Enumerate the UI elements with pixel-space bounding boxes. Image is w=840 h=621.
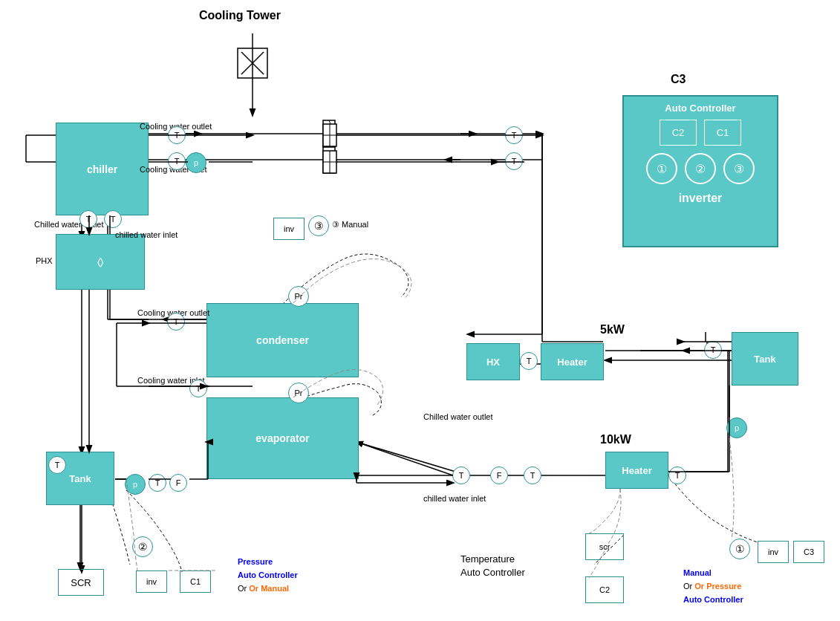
inv-right-box: inv <box>758 541 789 563</box>
p-sensor-1: p <box>186 152 206 173</box>
c3-right-box: C3 <box>793 541 824 563</box>
phx-box: 〈〉 <box>56 234 145 290</box>
f-sensor-10kw: F <box>490 466 508 484</box>
t-sensor-hx-2: T <box>704 341 722 359</box>
inv3-box: inv <box>273 218 305 240</box>
manual-3-label: ③ Manual <box>332 220 368 230</box>
or-manual-legend: Or Or Manual <box>238 584 289 593</box>
scr-right-box: scr <box>585 533 624 560</box>
t-sensor-tank-l2: T <box>149 474 166 492</box>
svg-line-42 <box>356 442 453 475</box>
circle-1-right: ① <box>729 539 750 559</box>
t-sensor-10kw-1: T <box>452 466 470 484</box>
auto-controller-2-legend: Auto Controller <box>460 567 525 578</box>
heater-10kw-box: Heater <box>605 452 668 489</box>
svg-line-3 <box>241 52 264 74</box>
phx-label: PHX <box>36 256 53 265</box>
svg-rect-50 <box>323 124 336 146</box>
diagram: Cooling Tower chiller 〈〉 PHX Cooling wat… <box>0 0 840 621</box>
inverter-label: inverter <box>630 192 771 205</box>
power-10kw-label: 10kW <box>600 433 631 446</box>
svg-line-29 <box>329 134 334 147</box>
inv-left-box: inv <box>136 570 167 593</box>
or-pressure-legend: Or Or Pressure <box>683 582 741 591</box>
c1-ac-box: C1 <box>704 120 741 146</box>
svg-rect-30 <box>323 146 335 173</box>
svg-rect-53 <box>323 151 336 173</box>
circle-2-left: ② <box>132 536 153 557</box>
auto-controller-label: Auto Controller <box>630 103 771 114</box>
t-sensor-chill-1: T <box>79 210 97 228</box>
ac-circle-2: ② <box>685 153 716 184</box>
chilled-water-inlet-2-label: chilled water inlet <box>423 494 486 503</box>
pr-sensor-2: Pr <box>288 383 309 403</box>
ac-circle-1: ① <box>646 153 677 184</box>
t-sensor-cond: T <box>167 313 185 331</box>
cooling-tower-label: Cooling Tower <box>199 9 281 22</box>
t-sensor-10kw-2: T <box>524 466 541 484</box>
condenser-box: condenser <box>206 303 359 377</box>
chilled-water-outlet-2-label: Chilled water outlet <box>423 412 493 421</box>
pr-sensor-1: Pr <box>288 286 309 307</box>
manual-legend: Manual <box>683 568 712 577</box>
t-sensor-tank-l: T <box>48 456 66 474</box>
p-sensor-tank-l: p <box>125 474 146 495</box>
t-sensor-hx-1: T <box>520 352 538 370</box>
f-sensor-tank-l: F <box>169 474 187 492</box>
svg-line-28 <box>329 120 334 134</box>
t-sensor-right-1: T <box>505 126 523 144</box>
t-sensor-right-2: T <box>505 152 523 170</box>
auto-controller-box: Auto Controller C2 C1 ① ② ③ inverter <box>622 95 778 247</box>
t-sensor-1: T <box>168 126 186 144</box>
ac-circle-3: ③ <box>723 153 755 184</box>
t-sensor-10kw-3: T <box>668 466 686 484</box>
svg-line-22 <box>356 442 468 475</box>
scr-box: SCR <box>58 569 104 596</box>
evaporator-box: evaporator <box>206 397 359 479</box>
heater-5kw-box: Heater <box>541 343 604 380</box>
p-sensor-tank-r: p <box>726 417 747 438</box>
tank-right-box: Tank <box>732 332 798 386</box>
t-sensor-cond-in: T <box>189 380 207 397</box>
t-sensor-2: T <box>168 152 186 170</box>
svg-line-2 <box>241 52 264 74</box>
hx-box: HX <box>466 343 520 380</box>
pressure-label: Pressure <box>238 557 273 566</box>
c2-right-box: C2 <box>585 576 624 603</box>
chiller-box: chiller <box>56 123 149 215</box>
power-5kw-label: 5kW <box>600 323 625 336</box>
c3-top-label: C3 <box>671 73 686 86</box>
svg-rect-4 <box>238 48 267 78</box>
temperature-legend: Temperature <box>460 553 515 565</box>
c1-left-box: C1 <box>180 570 211 593</box>
chilled-water-inlet-label: chilled water inlet <box>115 230 178 239</box>
circle-3-left: ③ <box>308 215 329 236</box>
auto-controller-3-legend: Auto Controller <box>683 595 743 604</box>
t-sensor-chill-2: T <box>104 210 122 228</box>
c2-ac-box: C2 <box>660 120 697 146</box>
auto-controller-legend: Auto Controller <box>238 570 298 579</box>
svg-rect-27 <box>323 120 335 147</box>
